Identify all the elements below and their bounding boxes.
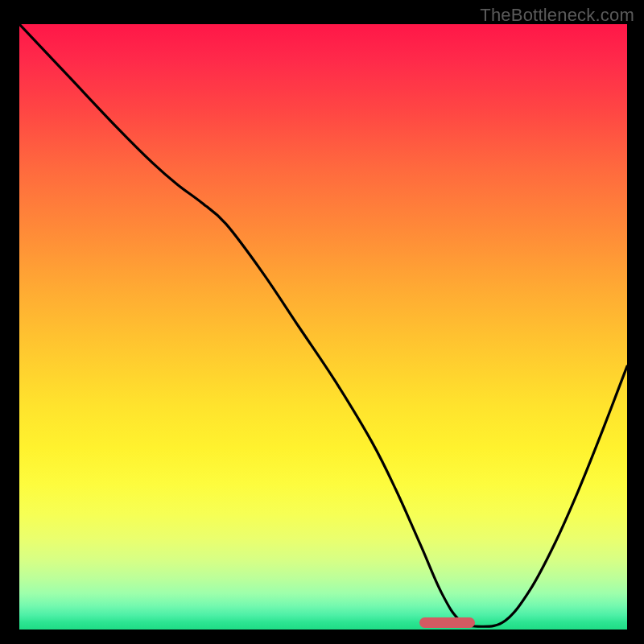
bottleneck-curve — [19, 24, 627, 630]
watermark-text: TheBottleneck.com — [480, 5, 634, 26]
plot-area — [19, 24, 627, 630]
chart-frame: TheBottleneck.com — [0, 0, 644, 644]
optimal-range-marker — [419, 617, 475, 628]
